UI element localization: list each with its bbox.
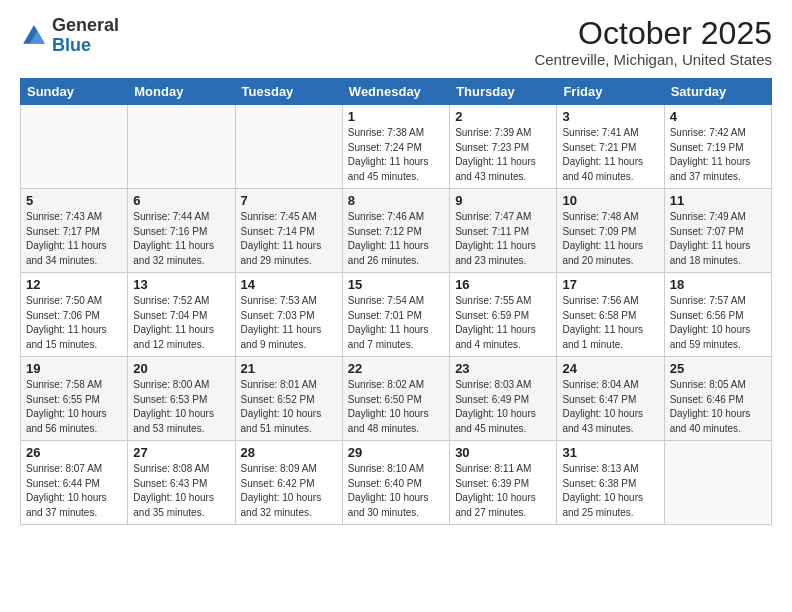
calendar-cell: 5Sunrise: 7:43 AM Sunset: 7:17 PM Daylig…	[21, 189, 128, 273]
logo-text: General Blue	[52, 16, 119, 56]
calendar-week-4: 19Sunrise: 7:58 AM Sunset: 6:55 PM Dayli…	[21, 357, 772, 441]
day-number: 3	[562, 109, 658, 124]
header: General Blue October 2025 Centreville, M…	[20, 16, 772, 68]
header-thursday: Thursday	[450, 79, 557, 105]
day-info: Sunrise: 8:07 AM Sunset: 6:44 PM Dayligh…	[26, 462, 122, 520]
day-info: Sunrise: 7:49 AM Sunset: 7:07 PM Dayligh…	[670, 210, 766, 268]
page: General Blue October 2025 Centreville, M…	[0, 0, 792, 612]
weekday-header-row: Sunday Monday Tuesday Wednesday Thursday…	[21, 79, 772, 105]
day-number: 25	[670, 361, 766, 376]
day-info: Sunrise: 7:41 AM Sunset: 7:21 PM Dayligh…	[562, 126, 658, 184]
calendar-cell: 4Sunrise: 7:42 AM Sunset: 7:19 PM Daylig…	[664, 105, 771, 189]
day-number: 17	[562, 277, 658, 292]
calendar-cell: 2Sunrise: 7:39 AM Sunset: 7:23 PM Daylig…	[450, 105, 557, 189]
day-number: 16	[455, 277, 551, 292]
calendar-cell: 18Sunrise: 7:57 AM Sunset: 6:56 PM Dayli…	[664, 273, 771, 357]
calendar-table: Sunday Monday Tuesday Wednesday Thursday…	[20, 78, 772, 525]
calendar-cell: 22Sunrise: 8:02 AM Sunset: 6:50 PM Dayli…	[342, 357, 449, 441]
day-info: Sunrise: 7:54 AM Sunset: 7:01 PM Dayligh…	[348, 294, 444, 352]
day-info: Sunrise: 8:11 AM Sunset: 6:39 PM Dayligh…	[455, 462, 551, 520]
calendar-week-1: 1Sunrise: 7:38 AM Sunset: 7:24 PM Daylig…	[21, 105, 772, 189]
day-number: 15	[348, 277, 444, 292]
calendar-cell: 23Sunrise: 8:03 AM Sunset: 6:49 PM Dayli…	[450, 357, 557, 441]
day-number: 20	[133, 361, 229, 376]
day-number: 22	[348, 361, 444, 376]
day-info: Sunrise: 7:52 AM Sunset: 7:04 PM Dayligh…	[133, 294, 229, 352]
day-info: Sunrise: 8:05 AM Sunset: 6:46 PM Dayligh…	[670, 378, 766, 436]
calendar-cell: 11Sunrise: 7:49 AM Sunset: 7:07 PM Dayli…	[664, 189, 771, 273]
day-info: Sunrise: 7:39 AM Sunset: 7:23 PM Dayligh…	[455, 126, 551, 184]
calendar-week-2: 5Sunrise: 7:43 AM Sunset: 7:17 PM Daylig…	[21, 189, 772, 273]
day-number: 4	[670, 109, 766, 124]
logo-icon	[20, 22, 48, 50]
calendar-cell: 13Sunrise: 7:52 AM Sunset: 7:04 PM Dayli…	[128, 273, 235, 357]
day-info: Sunrise: 7:43 AM Sunset: 7:17 PM Dayligh…	[26, 210, 122, 268]
header-saturday: Saturday	[664, 79, 771, 105]
day-info: Sunrise: 8:13 AM Sunset: 6:38 PM Dayligh…	[562, 462, 658, 520]
calendar-cell: 1Sunrise: 7:38 AM Sunset: 7:24 PM Daylig…	[342, 105, 449, 189]
day-info: Sunrise: 7:55 AM Sunset: 6:59 PM Dayligh…	[455, 294, 551, 352]
calendar-subtitle: Centreville, Michigan, United States	[534, 51, 772, 68]
day-info: Sunrise: 7:50 AM Sunset: 7:06 PM Dayligh…	[26, 294, 122, 352]
calendar-cell: 16Sunrise: 7:55 AM Sunset: 6:59 PM Dayli…	[450, 273, 557, 357]
day-number: 24	[562, 361, 658, 376]
day-info: Sunrise: 8:01 AM Sunset: 6:52 PM Dayligh…	[241, 378, 337, 436]
day-number: 21	[241, 361, 337, 376]
calendar-cell: 12Sunrise: 7:50 AM Sunset: 7:06 PM Dayli…	[21, 273, 128, 357]
day-info: Sunrise: 8:09 AM Sunset: 6:42 PM Dayligh…	[241, 462, 337, 520]
day-info: Sunrise: 7:58 AM Sunset: 6:55 PM Dayligh…	[26, 378, 122, 436]
day-info: Sunrise: 7:38 AM Sunset: 7:24 PM Dayligh…	[348, 126, 444, 184]
calendar-cell: 28Sunrise: 8:09 AM Sunset: 6:42 PM Dayli…	[235, 441, 342, 525]
day-info: Sunrise: 8:04 AM Sunset: 6:47 PM Dayligh…	[562, 378, 658, 436]
calendar-cell: 8Sunrise: 7:46 AM Sunset: 7:12 PM Daylig…	[342, 189, 449, 273]
day-info: Sunrise: 7:53 AM Sunset: 7:03 PM Dayligh…	[241, 294, 337, 352]
day-number: 2	[455, 109, 551, 124]
calendar-week-3: 12Sunrise: 7:50 AM Sunset: 7:06 PM Dayli…	[21, 273, 772, 357]
calendar-cell	[128, 105, 235, 189]
day-info: Sunrise: 8:03 AM Sunset: 6:49 PM Dayligh…	[455, 378, 551, 436]
calendar-cell: 17Sunrise: 7:56 AM Sunset: 6:58 PM Dayli…	[557, 273, 664, 357]
day-number: 7	[241, 193, 337, 208]
day-number: 8	[348, 193, 444, 208]
day-info: Sunrise: 7:56 AM Sunset: 6:58 PM Dayligh…	[562, 294, 658, 352]
day-number: 26	[26, 445, 122, 460]
day-number: 11	[670, 193, 766, 208]
day-number: 10	[562, 193, 658, 208]
logo: General Blue	[20, 16, 119, 56]
header-friday: Friday	[557, 79, 664, 105]
day-number: 12	[26, 277, 122, 292]
calendar-cell	[664, 441, 771, 525]
calendar-week-5: 26Sunrise: 8:07 AM Sunset: 6:44 PM Dayli…	[21, 441, 772, 525]
logo-general: General	[52, 15, 119, 35]
day-info: Sunrise: 8:08 AM Sunset: 6:43 PM Dayligh…	[133, 462, 229, 520]
day-info: Sunrise: 7:42 AM Sunset: 7:19 PM Dayligh…	[670, 126, 766, 184]
calendar-cell: 26Sunrise: 8:07 AM Sunset: 6:44 PM Dayli…	[21, 441, 128, 525]
header-monday: Monday	[128, 79, 235, 105]
day-info: Sunrise: 7:47 AM Sunset: 7:11 PM Dayligh…	[455, 210, 551, 268]
calendar-cell: 27Sunrise: 8:08 AM Sunset: 6:43 PM Dayli…	[128, 441, 235, 525]
calendar-title: October 2025	[534, 16, 772, 51]
day-number: 14	[241, 277, 337, 292]
calendar-cell: 6Sunrise: 7:44 AM Sunset: 7:16 PM Daylig…	[128, 189, 235, 273]
header-sunday: Sunday	[21, 79, 128, 105]
day-number: 27	[133, 445, 229, 460]
calendar-cell: 19Sunrise: 7:58 AM Sunset: 6:55 PM Dayli…	[21, 357, 128, 441]
calendar-cell: 10Sunrise: 7:48 AM Sunset: 7:09 PM Dayli…	[557, 189, 664, 273]
day-info: Sunrise: 8:00 AM Sunset: 6:53 PM Dayligh…	[133, 378, 229, 436]
day-info: Sunrise: 8:10 AM Sunset: 6:40 PM Dayligh…	[348, 462, 444, 520]
day-number: 19	[26, 361, 122, 376]
day-info: Sunrise: 7:57 AM Sunset: 6:56 PM Dayligh…	[670, 294, 766, 352]
calendar-cell: 9Sunrise: 7:47 AM Sunset: 7:11 PM Daylig…	[450, 189, 557, 273]
calendar-cell: 14Sunrise: 7:53 AM Sunset: 7:03 PM Dayli…	[235, 273, 342, 357]
header-wednesday: Wednesday	[342, 79, 449, 105]
day-info: Sunrise: 7:46 AM Sunset: 7:12 PM Dayligh…	[348, 210, 444, 268]
day-number: 9	[455, 193, 551, 208]
calendar-cell: 31Sunrise: 8:13 AM Sunset: 6:38 PM Dayli…	[557, 441, 664, 525]
calendar-cell: 29Sunrise: 8:10 AM Sunset: 6:40 PM Dayli…	[342, 441, 449, 525]
day-info: Sunrise: 7:48 AM Sunset: 7:09 PM Dayligh…	[562, 210, 658, 268]
calendar-cell: 3Sunrise: 7:41 AM Sunset: 7:21 PM Daylig…	[557, 105, 664, 189]
logo-blue: Blue	[52, 35, 91, 55]
calendar-cell: 20Sunrise: 8:00 AM Sunset: 6:53 PM Dayli…	[128, 357, 235, 441]
calendar-cell: 7Sunrise: 7:45 AM Sunset: 7:14 PM Daylig…	[235, 189, 342, 273]
day-number: 18	[670, 277, 766, 292]
